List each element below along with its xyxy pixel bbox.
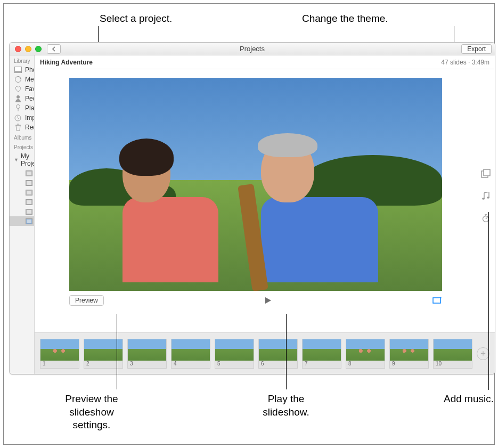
photos-icon	[14, 67, 22, 74]
document-frame: Select a project. Change the theme. Proj…	[3, 3, 495, 445]
callout-preview-settings: Preview the slideshow settings.	[41, 393, 142, 432]
project-header: Hiking Adventure 47 slides · 3:49m	[35, 55, 495, 69]
sidebar: Library Photos Memories Favourites Peopl…	[10, 55, 35, 374]
project-stats: 47 slides · 3:49m	[441, 59, 489, 66]
window-body: Library Photos Memories Favourites Peopl…	[10, 55, 495, 374]
slideshow-project-icon	[26, 218, 32, 224]
clock-icon	[14, 115, 22, 121]
thumbnail-strip[interactable]: 1 2 3 4 5 6 7 8 9 10 ＋	[35, 332, 495, 374]
thumbnail-number: 4	[172, 361, 210, 368]
callout-select-project: Select a project.	[100, 12, 172, 26]
svg-point-4	[16, 105, 20, 109]
sidebar-label: Imports	[25, 114, 34, 121]
sidebar-header-albums: Albums	[10, 132, 34, 142]
pin-icon	[14, 105, 22, 112]
sidebar-item-favourites[interactable]: Favourites	[10, 84, 34, 94]
export-label: Export	[467, 45, 486, 53]
thumbnail[interactable]: 7	[302, 339, 341, 369]
sidebar-label: My Projects	[21, 152, 35, 167]
sidebar-header-projects: Projects	[10, 142, 34, 151]
person-icon	[14, 95, 22, 102]
preview-button-label: Preview	[75, 297, 98, 304]
sidebar-project-item[interactable]: Chinese New Year	[10, 207, 34, 216]
window-title: Projects	[10, 45, 495, 53]
add-slide-button[interactable]: ＋	[477, 347, 489, 360]
thumbnail-number: 6	[259, 361, 297, 368]
thumbnail[interactable]: 10	[433, 339, 472, 369]
sidebar-item-photos[interactable]: Photos	[10, 65, 34, 75]
sidebar-project-item[interactable]: On top of the W…	[10, 197, 34, 207]
thumbnail-number: 5	[215, 361, 254, 368]
sidebar-item-recently-deleted[interactable]: Recently Deleted	[10, 123, 34, 132]
thumbnail-number: 1	[40, 361, 79, 368]
thumbnail-number: 9	[390, 361, 428, 368]
svg-rect-1	[14, 72, 21, 73]
svg-point-13	[487, 197, 489, 199]
sidebar-label: People	[25, 95, 34, 102]
svg-rect-11	[484, 169, 490, 176]
trash-icon	[14, 124, 22, 131]
preview-button[interactable]: Preview	[69, 295, 104, 306]
thumbnail-number: 7	[303, 361, 341, 368]
memories-icon	[14, 76, 22, 83]
sidebar-label: Favourites	[25, 85, 34, 93]
thumbnail-number: 10	[434, 361, 472, 368]
sidebar-header-library: Library	[10, 55, 34, 65]
book-project-icon	[26, 180, 32, 186]
thumbnail-number: 3	[128, 361, 166, 368]
thumbnail[interactable]: 1	[40, 339, 79, 369]
thumbnail[interactable]: 8	[346, 339, 385, 369]
music-button[interactable]	[480, 191, 491, 201]
back-button[interactable]	[47, 44, 61, 54]
sidebar-label: Places	[25, 104, 34, 112]
thumbnail[interactable]: 4	[171, 339, 210, 369]
callout-add-music: Add music.	[424, 393, 494, 406]
project-title[interactable]: Hiking Adventure	[40, 59, 93, 66]
thumbnail[interactable]: 5	[215, 339, 254, 369]
book-project-icon	[26, 190, 32, 196]
close-window-button[interactable]	[15, 46, 21, 52]
callout-line	[286, 314, 287, 389]
heart-icon	[14, 86, 22, 93]
titlebar: Projects Export	[10, 43, 495, 55]
app-window: Projects Export Library Photos Memories …	[9, 42, 495, 374]
book-project-icon	[26, 209, 32, 215]
zoom-window-button[interactable]	[35, 46, 42, 52]
sidebar-item-people[interactable]: People	[10, 94, 34, 103]
thumbnail[interactable]: 3	[127, 339, 167, 369]
svg-point-3	[17, 95, 20, 99]
loop-button[interactable]	[432, 296, 442, 305]
duration-button[interactable]	[480, 213, 491, 224]
sidebar-label: Memories	[25, 76, 34, 83]
minimize-window-button[interactable]	[25, 46, 31, 52]
sidebar-project-item-selected[interactable]: Hiking Adventure	[10, 216, 34, 226]
control-row: Preview	[69, 293, 442, 308]
slide-preview-image[interactable]	[69, 78, 442, 291]
sidebar-project-item[interactable]: The Pup	[10, 188, 34, 197]
sidebar-label: Recently Deleted	[25, 124, 34, 131]
callout-line	[117, 314, 117, 389]
play-button[interactable]	[264, 296, 272, 305]
theme-button[interactable]	[480, 168, 491, 179]
svg-line-18	[486, 217, 487, 219]
traffic-lights	[15, 46, 42, 52]
sidebar-folder-my-projects[interactable]: ▼ My Projects	[10, 151, 34, 168]
preview-area: Preview	[35, 69, 495, 332]
svg-rect-0	[14, 67, 21, 72]
sidebar-item-places[interactable]: Places	[10, 103, 34, 113]
sidebar-project-item[interactable]: Happy Birthday…	[10, 178, 34, 188]
svg-rect-9	[433, 298, 440, 303]
thumbnail[interactable]: 9	[389, 339, 429, 369]
book-project-icon	[26, 170, 32, 176]
export-button[interactable]: Export	[461, 44, 492, 54]
preview-column: Preview	[35, 69, 477, 332]
sidebar-item-imports[interactable]: Imports	[10, 113, 34, 123]
callout-line	[488, 212, 489, 390]
disclosure-triangle-icon[interactable]: ▼	[14, 157, 19, 162]
callout-play-slideshow: Play the slideshow.	[238, 393, 334, 419]
sidebar-item-memories[interactable]: Memories	[10, 75, 34, 84]
sidebar-label: Photos	[25, 66, 34, 74]
thumbnail[interactable]: 6	[258, 339, 298, 369]
sidebar-project-item[interactable]: Alaska Book Proj…	[10, 168, 34, 178]
tool-column	[477, 69, 495, 332]
